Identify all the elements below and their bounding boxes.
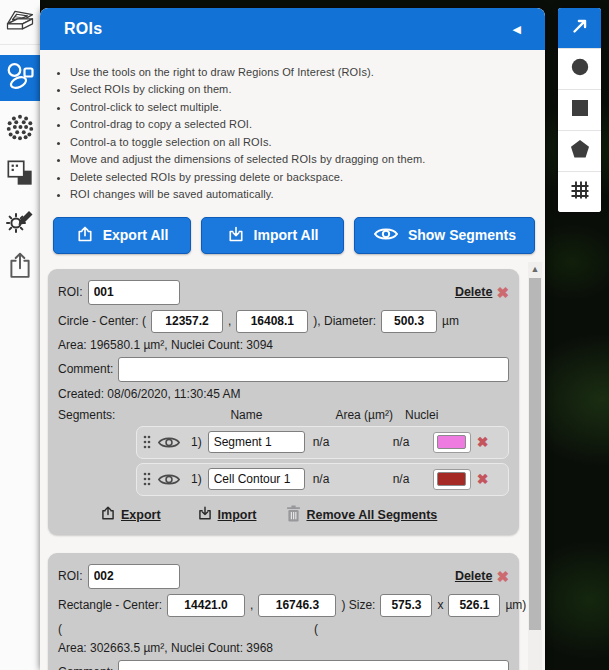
instructions-list: Use the tools on the right to draw Regio…: [70, 60, 537, 206]
diameter-input[interactable]: [381, 310, 437, 333]
scroll-up-arrow-icon[interactable]: ▲: [531, 265, 540, 274]
delete-roi-x-icon[interactable]: ✖: [496, 285, 509, 300]
comment-input[interactable]: [118, 357, 509, 382]
segment-links-row: Export Import: [100, 505, 509, 525]
comma: ,: [250, 598, 253, 612]
unit-label: µm: [442, 314, 459, 328]
delete-segment-x-icon[interactable]: ✖: [477, 472, 489, 486]
visibility-eye-icon[interactable]: [157, 472, 181, 487]
show-segments-button[interactable]: Show Segments: [354, 217, 535, 254]
sidebar-item-rois[interactable]: [0, 55, 40, 101]
segments-col-nuclei: Nuclei: [405, 408, 438, 422]
import-icon: [227, 225, 245, 246]
comment-label: Comment:: [58, 362, 113, 376]
size-w-input[interactable]: [380, 594, 432, 617]
sidebar-item-scanner[interactable]: [0, 0, 40, 45]
sidebar-item-layers[interactable]: [0, 153, 40, 197]
square-icon: [570, 98, 590, 122]
grid-icon: [569, 179, 591, 205]
export-all-button[interactable]: Export All: [53, 217, 191, 254]
instruction-item: Control-drag to copy a selected ROI.: [70, 118, 537, 130]
instruction-item: Use the tools on the right to draw Regio…: [70, 66, 537, 78]
eye-icon: [373, 226, 399, 245]
segment-color: [437, 435, 466, 449]
drag-handle-icon[interactable]: [143, 435, 151, 449]
share-export-icon: [7, 251, 33, 283]
tool-draw-polygon[interactable]: [558, 131, 601, 172]
shape-mid: ), Diameter:: [313, 314, 376, 328]
gear-pencil-icon: [5, 204, 35, 238]
tool-draw-square[interactable]: [558, 90, 601, 131]
rois-panel: ROIs ◀ Use the tools on the right to dra…: [40, 8, 545, 670]
roi-label: ROI:: [58, 285, 83, 299]
segment-name-input[interactable]: [208, 468, 305, 490]
segment-color-swatch[interactable]: [433, 469, 471, 490]
segment-area-value: n/a: [313, 435, 365, 449]
delete-segment-x-icon[interactable]: ✖: [477, 435, 489, 449]
segment-name-input[interactable]: [208, 431, 305, 453]
center-y-input[interactable]: [258, 594, 336, 617]
panel-header: ROIs ◀: [40, 8, 545, 50]
shape-prefix: Rectangle - Center:: [58, 598, 162, 612]
delete-roi-link[interactable]: Delete ✖: [455, 285, 509, 300]
drag-handle-icon[interactable]: [143, 472, 151, 486]
segments-label: Segments:: [58, 408, 115, 422]
tool-draw-circle[interactable]: [558, 49, 601, 90]
delete-roi-x-icon[interactable]: ✖: [496, 569, 509, 584]
trash-icon: [286, 505, 301, 525]
paren: (: [314, 622, 318, 636]
roi-id-input[interactable]: [88, 280, 180, 305]
unit-label: µm): [505, 598, 526, 612]
comment-label: Comment:: [58, 665, 113, 670]
instruction-item: Control-a to toggle selection on all ROI…: [70, 136, 537, 148]
segments-col-name: Name: [230, 408, 262, 422]
center-x-input[interactable]: [151, 310, 223, 333]
paren: (: [58, 622, 62, 636]
roi-card-002: ROI: Delete ✖ Rectangle - Center: , ) Si…: [48, 553, 519, 670]
import-segments-link[interactable]: Import: [197, 505, 257, 524]
panel-title: ROIs: [64, 20, 103, 38]
times-label: x: [437, 598, 443, 612]
import-all-button[interactable]: Import All: [201, 217, 344, 254]
roi-list: ROI: Delete ✖ Circle - Center: ( , ), Di…: [40, 262, 545, 670]
delete-label[interactable]: Delete: [455, 285, 493, 299]
sidebar-item-share[interactable]: [0, 245, 40, 289]
center-x-input[interactable]: [167, 594, 245, 617]
segment-row: 1) n/a n/a ✖: [136, 463, 509, 496]
tool-pointer[interactable]: [558, 8, 601, 49]
sidebar-item-nuclei[interactable]: [0, 107, 40, 151]
remove-all-segments-link[interactable]: Remove All Segments: [286, 505, 437, 525]
delete-roi-link[interactable]: Delete ✖: [455, 569, 509, 584]
roi-shapes-icon: [5, 61, 35, 95]
instruction-item: Delete selected ROIs by pressing delete …: [70, 171, 537, 183]
import-icon: [197, 505, 213, 524]
collapse-panel-icon[interactable]: ◀: [513, 23, 521, 36]
tool-grid[interactable]: [558, 172, 601, 212]
segment-nuclei-value: n/a: [393, 472, 425, 486]
sidebar-item-settings[interactable]: [0, 199, 40, 243]
roi-shape-line: Circle - Center: ( , ), Diameter: µm: [58, 310, 509, 333]
export-link-label[interactable]: Export: [121, 508, 161, 522]
size-h-input[interactable]: [448, 594, 500, 617]
instruction-item: ROI changes will be saved automatically.: [70, 188, 537, 200]
remove-all-label[interactable]: Remove All Segments: [306, 508, 437, 522]
roi-area-line: Area: 302663.5 µm², Nuclei Count: 3968: [58, 641, 509, 655]
actions-row: Export All Import All Show Segments: [53, 217, 535, 254]
export-segments-link[interactable]: Export: [100, 505, 161, 524]
center-y-input[interactable]: [236, 310, 308, 333]
export-icon: [76, 225, 94, 246]
roi-created-line: Created: 08/06/2020, 11:30:45 AM: [58, 387, 509, 401]
segment-color-swatch[interactable]: [433, 432, 471, 453]
segments-header-row: Segments: Name Area (µm²) Nuclei: [58, 408, 509, 422]
visibility-eye-icon[interactable]: [157, 435, 181, 450]
roi-label: ROI:: [58, 569, 83, 583]
scanner-icon: [5, 7, 35, 38]
segment-row: 1) n/a n/a ✖: [136, 426, 509, 459]
delete-label[interactable]: Delete: [455, 569, 493, 583]
instruction-item: Select ROIs by clicking on them.: [70, 83, 537, 95]
import-link-label[interactable]: Import: [218, 508, 257, 522]
comment-input[interactable]: [118, 660, 509, 670]
roi-list-scrollbar[interactable]: ▲: [528, 262, 542, 670]
scrollbar-thumb[interactable]: [529, 278, 541, 630]
roi-id-input[interactable]: [88, 564, 180, 589]
